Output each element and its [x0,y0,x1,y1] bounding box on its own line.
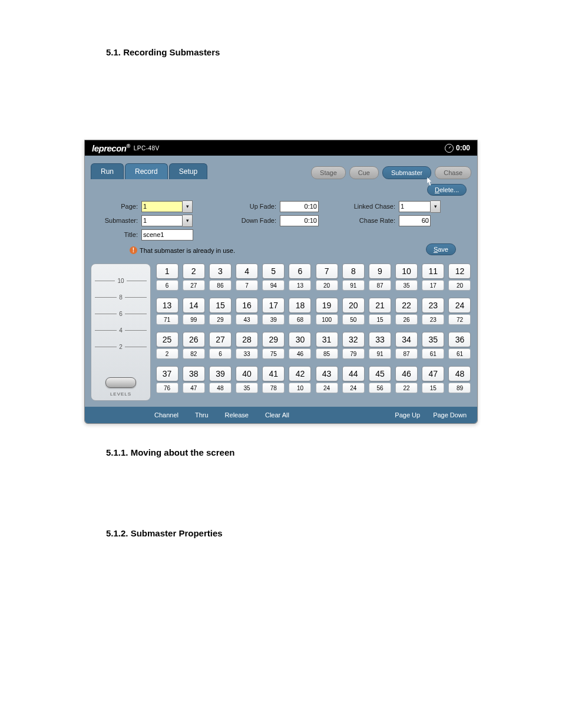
submaster-input[interactable] [141,215,183,226]
mode-tab-stage[interactable]: Stage [311,166,346,179]
channel-button[interactable]: 29 [262,332,285,347]
page-dropdown-icon[interactable]: ▾ [183,200,193,213]
channel-button[interactable]: 11 [422,263,444,279]
channel-button[interactable]: 38 [183,366,205,381]
channel-value: 61 [448,348,471,359]
channel-button[interactable]: 28 [236,332,258,347]
channel-button[interactable]: 3 [209,263,232,279]
upfade-input[interactable] [280,201,319,212]
bottom-thru[interactable]: Thru [195,411,209,419]
channel-value: 87 [395,348,418,359]
channel-value: 24 [342,383,365,393]
channel-cell: 3487 [395,332,418,359]
channel-button[interactable]: 45 [369,366,391,381]
clock-icon [445,144,454,153]
tab-run[interactable]: Run [91,163,124,179]
slider-knob[interactable] [105,377,136,388]
bottom-page-up[interactable]: Page Up [395,411,420,419]
channel-value: 47 [183,383,205,393]
mode-tab-chase[interactable]: Chase [435,166,471,179]
channel-button[interactable]: 18 [289,298,311,313]
channel-button[interactable]: 36 [448,332,471,347]
channel-button[interactable]: 46 [395,366,418,381]
channel-button[interactable]: 39 [209,366,232,381]
bottom-page-down[interactable]: Page Down [433,411,467,419]
tab-record[interactable]: Record [125,163,168,179]
delete-button[interactable]: Delete... [427,184,467,196]
channel-button[interactable]: 47 [422,366,444,381]
channel-value: 91 [342,280,365,291]
channel-button[interactable]: 20 [342,298,365,313]
linkedchase-input[interactable] [399,201,431,212]
channel-button[interactable]: 21 [369,298,391,313]
channel-button[interactable]: 16 [236,298,258,313]
channel-value: 20 [316,280,338,291]
channel-button[interactable]: 17 [262,298,285,313]
channel-cell: 891 [342,263,365,291]
channel-cell: 4889 [448,366,471,393]
channel-button[interactable]: 10 [395,263,418,279]
channel-button[interactable]: 24 [448,298,471,313]
channel-button[interactable]: 37 [156,366,178,381]
submaster-dropdown-icon[interactable]: ▾ [183,215,193,227]
channel-button[interactable]: 13 [156,298,178,313]
channel-value: 71 [156,314,178,325]
slider-tick: 6 [95,305,147,322]
channel-button[interactable]: 31 [316,332,338,347]
channel-cell: 4178 [262,366,285,393]
chaserate-label: Chase Rate: [342,217,395,224]
channel-button[interactable]: 4 [236,263,258,279]
channel-cell: 3279 [342,332,365,359]
channel-button[interactable]: 7 [316,263,338,279]
channel-button[interactable]: 25 [156,332,178,347]
channel-value: 82 [183,348,205,359]
channel-button[interactable]: 5 [262,263,285,279]
channel-button[interactable]: 8 [342,263,365,279]
bottom-bar: ChannelThruReleaseClear All Page UpPage … [85,407,477,423]
channel-button[interactable]: 30 [289,332,311,347]
channel-button[interactable]: 44 [342,366,365,381]
channel-button[interactable]: 42 [289,366,311,381]
bottom-release[interactable]: Release [225,411,249,419]
channel-button[interactable]: 26 [183,332,205,347]
channel-button[interactable]: 34 [395,332,418,347]
channel-button[interactable]: 41 [262,366,285,381]
channel-button[interactable]: 12 [448,263,471,279]
channel-button[interactable]: 48 [448,366,471,381]
slider-tick: 2 [95,338,147,355]
channel-button[interactable]: 15 [209,298,232,313]
tab-setup[interactable]: Setup [169,163,207,179]
channel-button[interactable]: 23 [422,298,444,313]
channel-value: 33 [236,348,258,359]
mode-tab-submaster[interactable]: Submaster [382,166,431,179]
page-input[interactable] [141,201,183,212]
channel-cell: 4715 [422,366,445,393]
linkedchase-dropdown-icon[interactable]: ▾ [431,200,441,213]
channel-button[interactable]: 1 [156,263,178,279]
bottom-clear-all[interactable]: Clear All [265,411,289,419]
channel-value: 72 [448,314,471,325]
chaserate-input[interactable] [399,215,431,226]
channel-button[interactable]: 2 [183,263,205,279]
channel-cell: 227 [182,263,205,291]
channel-button[interactable]: 6 [289,263,311,279]
channel-button[interactable]: 40 [236,366,258,381]
channel-button[interactable]: 32 [342,332,365,347]
channel-cell: 3661 [448,332,471,359]
channel-button[interactable]: 33 [369,332,391,347]
levels-slider[interactable]: 108642 LEVELS [91,263,151,401]
channel-button[interactable]: 35 [422,332,444,347]
channel-button[interactable]: 43 [316,366,338,381]
save-button[interactable]: Save [426,243,456,255]
downfade-input[interactable] [280,215,319,226]
channel-value: 15 [422,383,444,393]
channel-button[interactable]: 9 [369,263,391,279]
channel-button[interactable]: 22 [395,298,418,313]
channel-button[interactable]: 27 [209,332,232,347]
title-input[interactable] [141,229,193,241]
channel-button[interactable]: 14 [183,298,205,313]
bottom-channel[interactable]: Channel [154,411,178,419]
channel-button[interactable]: 19 [316,298,338,313]
mode-tab-cue[interactable]: Cue [349,166,379,179]
title-label: Title: [95,231,138,238]
